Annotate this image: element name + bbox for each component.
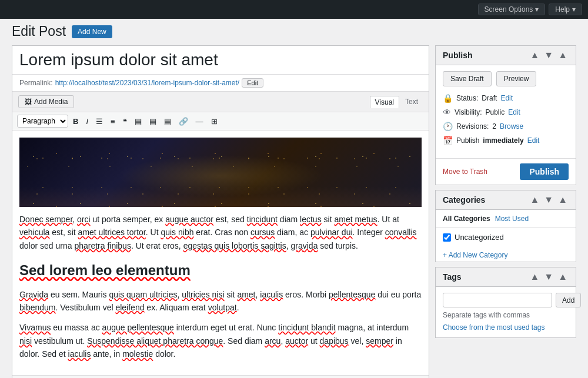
add-media-button[interactable]: 🖼 Add Media xyxy=(18,95,74,108)
post-title-input[interactable] xyxy=(12,46,429,75)
most-used-tags-link[interactable]: Choose from the most used tags xyxy=(443,323,544,332)
body-text-1: Donec semper, orci ut porta semper, ex a… xyxy=(19,213,422,252)
publish-value: immediately xyxy=(483,136,523,145)
category-label-uncategorized: Uncategorized xyxy=(455,233,504,242)
publish-label: Publish xyxy=(456,136,479,145)
categories-header: Categories ▲ ▼ ▲ xyxy=(436,190,576,210)
status-label: Status: xyxy=(456,94,478,102)
preview-button[interactable]: Preview xyxy=(496,71,537,86)
tags-toggle[interactable]: ▲ xyxy=(557,272,569,282)
publish-toggle[interactable]: ▲ xyxy=(557,51,569,60)
main-layout: Permalink: http://localhost/test/2023/03… xyxy=(0,39,588,378)
italic-button[interactable]: I xyxy=(83,115,91,128)
categories-box: Categories ▲ ▼ ▲ All Categories Most Use… xyxy=(435,190,576,262)
categories-up[interactable]: ▲ xyxy=(529,195,540,205)
editor-content[interactable]: Donec semper, orci ut porta semper, ex a… xyxy=(12,131,429,375)
format-toolbar: Paragraph B I ☰ ≡ ❝ ▤ ▤ ▤ 🔗 — ⊞ xyxy=(12,112,429,131)
tags-title: Tags xyxy=(443,272,462,282)
visibility-label: Visibility: xyxy=(455,108,482,116)
categories-list: Uncategorized xyxy=(436,228,576,249)
add-tag-button[interactable]: Add xyxy=(556,293,581,307)
visibility-edit-link[interactable]: Edit xyxy=(508,108,520,116)
tags-controls: ▲ ▼ ▲ xyxy=(529,272,569,282)
status-row: 🔒 Status: Draft Edit xyxy=(443,93,569,103)
editor-area: Permalink: http://localhost/test/2023/03… xyxy=(12,45,429,378)
all-categories-tab[interactable]: All Categories xyxy=(443,215,490,223)
paragraph-select[interactable]: Paragraph xyxy=(17,115,68,128)
tags-header: Tags ▲ ▼ ▲ xyxy=(436,267,576,287)
revisions-label: Revisions: xyxy=(456,122,489,131)
view-tabs: Visual Text xyxy=(370,96,423,108)
table-button[interactable]: ⊞ xyxy=(208,115,220,128)
add-media-label: Add Media xyxy=(34,98,68,106)
publish-footer: Move to Trash Publish xyxy=(436,158,576,185)
add-new-button[interactable]: Add New xyxy=(72,25,112,38)
tags-box: Tags ▲ ▼ ▲ Add Separate tags with commas… xyxy=(435,267,576,338)
ul-button[interactable]: ☰ xyxy=(93,115,106,128)
revisions-icon: 🕐 xyxy=(443,122,453,131)
body-text-3: Vivamus eu massa ac augue pellentesque i… xyxy=(19,321,422,360)
visibility-value: Public xyxy=(485,108,505,116)
align-center-button[interactable]: ▤ xyxy=(146,115,159,128)
publish-when-row: 📅 Publish immediately Edit xyxy=(443,136,569,145)
earth-lights xyxy=(19,138,422,207)
status-value: Draft xyxy=(482,94,497,102)
quote-button[interactable]: ❝ xyxy=(120,115,130,128)
page-header: Edit Post Add New xyxy=(0,19,588,39)
categories-down[interactable]: ▼ xyxy=(543,195,554,205)
category-checkbox-uncategorized[interactable] xyxy=(443,233,451,242)
body-text-2: Gravida eu sem. Mauris quis quam ultrici… xyxy=(19,288,422,315)
add-new-category-link[interactable]: + Add New Category xyxy=(436,249,576,262)
align-right-button[interactable]: ▤ xyxy=(161,115,174,128)
status-icon: 🔒 xyxy=(443,93,453,103)
move-to-trash-link[interactable]: Move to Trash xyxy=(443,168,487,176)
sidebar: Publish ▲ ▼ ▲ Save Draft Preview 🔒 Statu… xyxy=(435,45,576,378)
revisions-browse-link[interactable]: Browse xyxy=(500,122,523,131)
screen-options-button[interactable]: Screen Options ▾ xyxy=(478,4,546,15)
publish-collapse-down[interactable]: ▼ xyxy=(543,51,554,60)
link-button[interactable]: 🔗 xyxy=(176,115,191,128)
tags-input[interactable] xyxy=(443,293,552,307)
publish-box-header: Publish ▲ ▼ ▲ xyxy=(436,46,576,65)
permalink-bar: Permalink: http://localhost/test/2023/03… xyxy=(12,75,429,92)
help-button[interactable]: Help ▾ xyxy=(549,4,582,15)
text-tab[interactable]: Text xyxy=(400,96,423,108)
revisions-value: 2 xyxy=(492,122,496,131)
publish-edit-link[interactable]: Edit xyxy=(527,136,540,145)
editor-footer: Word count: 300 Last edited on March 31,… xyxy=(12,375,429,378)
tags-down[interactable]: ▼ xyxy=(543,272,554,282)
visual-tab[interactable]: Visual xyxy=(370,96,399,108)
publish-box-body: Save Draft Preview 🔒 Status: Draft Edit … xyxy=(436,65,576,156)
status-edit-link[interactable]: Edit xyxy=(500,94,513,102)
add-media-icon: 🖼 xyxy=(25,98,32,106)
page-title: Edit Post xyxy=(12,24,66,39)
chevron-down-icon: ▾ xyxy=(535,5,539,14)
bold-button[interactable]: B xyxy=(70,115,81,128)
more-button[interactable]: — xyxy=(193,115,206,128)
publish-button[interactable]: Publish xyxy=(520,163,569,180)
chevron-down-icon: ▾ xyxy=(572,5,576,14)
permalink-label: Permalink: xyxy=(19,79,53,87)
categories-toggle[interactable]: ▲ xyxy=(557,195,569,205)
categories-controls: ▲ ▼ ▲ xyxy=(529,195,569,205)
most-used-tab[interactable]: Most Used xyxy=(495,215,529,223)
publish-box-controls: ▲ ▼ ▲ xyxy=(529,51,569,60)
publish-collapse-up[interactable]: ▲ xyxy=(529,51,540,60)
calendar-icon: 📅 xyxy=(443,136,453,145)
align-left-button[interactable]: ▤ xyxy=(132,115,145,128)
save-draft-button[interactable]: Save Draft xyxy=(443,71,492,86)
top-bar: Screen Options ▾ Help ▾ xyxy=(0,0,588,19)
categories-title: Categories xyxy=(443,195,485,205)
revisions-row: 🕐 Revisions: 2 Browse xyxy=(443,122,569,131)
permalink-url[interactable]: http://localhost/test/2023/03/31/lorem-i… xyxy=(55,79,239,87)
ol-button[interactable]: ≡ xyxy=(108,115,118,128)
permalink-edit-button[interactable]: Edit xyxy=(242,78,263,88)
tags-up[interactable]: ▲ xyxy=(529,272,540,282)
editor-image xyxy=(19,138,422,207)
category-item-uncategorized[interactable]: Uncategorized xyxy=(443,233,569,242)
categories-tabs: All Categories Most Used xyxy=(436,210,576,228)
tags-input-row: Add xyxy=(443,293,569,307)
editor-text: Donec semper, orci ut porta semper, ex a… xyxy=(19,213,422,361)
publish-actions: Save Draft Preview xyxy=(443,71,569,86)
visibility-row: 👁 Visibility: Public Edit xyxy=(443,108,569,117)
